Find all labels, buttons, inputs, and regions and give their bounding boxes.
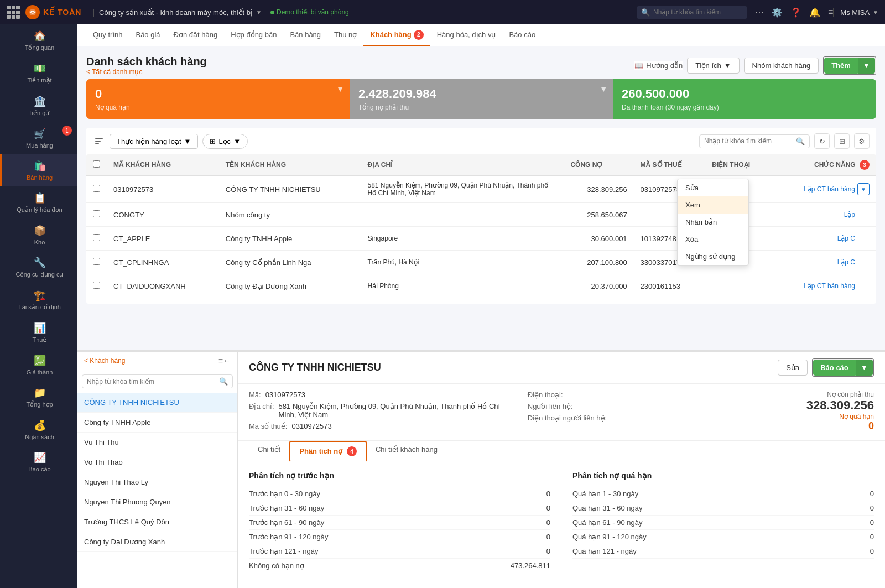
column-settings-button[interactable]: ⚙ [854,133,870,149]
company-name[interactable]: Công ty sản xuất - kinh doanh máy móc, t… [99,8,262,17]
table-search-input[interactable] [704,137,793,145]
card-noquahan-label: Nợ quá hạn [95,103,341,111]
menu-ngungsudung[interactable]: Ngừng sử dụng [678,248,748,265]
sidebar-item-baocao[interactable]: 📈 Báo cáo [0,446,77,478]
nav-quytrinh[interactable]: Quy trình [86,24,129,46]
export-button[interactable]: ⊞ [834,133,850,149]
them-button[interactable]: Thêm ▼ [823,56,876,75]
action-link[interactable]: Lập [844,211,855,218]
sidebar-item-giathanh[interactable]: 💹 Giá thành [0,349,77,381]
action-dropdown[interactable]: ▼ [857,183,870,195]
truochan-col: Phân tích nợ trước hạn Trước hạn 0 - 30 … [249,471,550,579]
card-gray-filter[interactable]: ▼ [600,85,607,93]
sidebar-item-tiengui[interactable]: 🏦 Tiền gửi [0,90,77,122]
sidebar-item-ngansach[interactable]: 💰 Ngân sách [0,414,77,446]
row-checkbox[interactable] [93,234,100,241]
them-arrow[interactable]: ▼ [858,58,875,74]
sidebar-item-muahang[interactable]: 🛒 Mua hàng 1 [0,122,77,154]
sidebar-item-tonghop[interactable]: 📁 Tổng hợp [0,381,77,414]
user-info[interactable]: Ms MISA ▼ [833,8,878,17]
sidebar-item-kho[interactable]: 📦 Kho [0,219,77,251]
cell-ten: Công ty Cổ phần Linh Nga [219,251,361,274]
baocao-arrow[interactable]: ▼ [856,360,873,376]
row-checkbox[interactable] [93,185,100,192]
card-dathanhtoan-label: Đã thanh toán (30 ngày gần đây) [622,103,867,111]
batch-button[interactable]: Thực hiện hàng loạt ▼ [110,134,198,149]
nav-baogía[interactable]: Báo giá [129,24,166,46]
refresh-button[interactable]: ↻ [814,133,830,149]
menu-xem[interactable]: Xem [678,196,748,214]
col-ten: TÊN KHÁCH HÀNG [219,154,361,176]
row-checkbox[interactable] [93,258,100,265]
settings-icon[interactable]: ⚙️ [772,7,783,18]
sidebar-item-tienmat[interactable]: 💵 Tiền mặt [0,57,77,90]
menu-xoa[interactable]: Xóa [678,231,748,248]
customer-list-item[interactable]: Nguyen Thi Phuong Quyen [77,492,237,512]
cell-ma: CT_CPLINHNGA [107,251,219,274]
card-noquahan-value: 0 [95,87,341,101]
menu-icon[interactable]: ≡ [828,7,833,17]
sidebar-item-congcu[interactable]: 🔧 Công cụ dụng cụ [0,251,77,284]
tab-chitiet[interactable]: Chi tiết [249,441,289,462]
sua-button[interactable]: Sửa [778,360,808,376]
nav-dondathang[interactable]: Đơn đặt hàng [167,24,225,46]
customer-search[interactable]: 🔍 [82,374,233,388]
customer-list-item[interactable]: Nguyen Thi Thao Ly [77,472,237,492]
nav-banhang[interactable]: Bán hàng [283,24,327,46]
customer-list-item[interactable]: Công ty Đại Dương Xanh [77,532,237,552]
quahan-rows: Quá hạn 1 - 30 ngày0Quá hạn 31 - 60 ngày… [572,487,874,559]
top-search-input[interactable] [653,8,731,16]
debt-row: Quá hạn 1 - 30 ngày0 [572,487,874,501]
action-link[interactable]: Lập CT bán hàng [804,185,855,193]
table-search[interactable]: 🔍 [699,134,810,148]
card-tongno-value: 2.428.209.984 [358,87,604,101]
sidebar-item-thue[interactable]: 📊 Thuế [0,316,77,349]
debt-summary: Nợ còn phải thu 328.309.256 Nợ quá hạn 0 [806,391,874,434]
customer-search-input[interactable] [87,378,216,386]
tab-phantichno[interactable]: Phân tích nợ 4 [289,441,367,462]
asset-icon: 🏗️ [34,289,46,301]
customer-list-item[interactable]: Trường THCS Lê Quý Đôn [77,512,237,532]
menu-nhonban[interactable]: Nhân bản [678,214,748,231]
filter-button[interactable]: ⊞ Lọc ▼ [202,134,248,149]
tienich-main[interactable]: Tiện ích ▼ [687,58,739,74]
top-search[interactable]: 🔍 [637,6,747,19]
breadcrumb[interactable]: < Tất cả danh mục [86,68,207,76]
customer-list-item[interactable]: Vu Thi Thu [77,433,237,452]
sort-icon[interactable] [93,136,105,146]
action-link[interactable]: Lập CT bán hàng [804,282,855,290]
select-all-checkbox[interactable] [93,160,100,168]
svg-point-0 [29,9,36,15]
row-checkbox[interactable] [93,210,100,217]
sidebar-item-quanlyhoadon[interactable]: 📋 Quản lý hóa đơn [0,186,77,219]
col-chucnang: CHỨC NĂNG 3 [773,154,876,176]
action-link[interactable]: Lập C [837,235,855,242]
customer-list-item[interactable]: Công ty TNHH Apple [77,413,237,433]
customer-list-item[interactable]: CÔNG TY TNHH NICHIETSU [77,393,237,413]
row-checkbox[interactable] [93,282,100,289]
bell-icon[interactable]: 🔔 [809,7,820,18]
more-icon[interactable]: ⋯ [755,7,764,18]
panel-toggle-icon[interactable]: ≡← [218,356,231,365]
tab-chitietchkhang[interactable]: Chi tiết khách hàng [367,441,446,462]
customer-list-item[interactable]: Vo Thi Thao [77,452,237,472]
nav-hanghoa[interactable]: Hàng hóa, dịch vụ [430,24,503,46]
nav-baocao[interactable]: Báo cáo [502,24,542,46]
khachhang-badge: 2 [414,30,424,40]
back-link[interactable]: < Khách hàng [84,357,125,365]
app-grid-icon[interactable] [7,6,20,19]
sidebar-item-tongquan[interactable]: 🏠 Tổng quan [0,24,77,57]
guide-button[interactable]: 📖 Hướng dẫn [634,61,683,70]
card-orange-filter[interactable]: ▼ [336,85,344,93]
nav-hopdongban[interactable]: Hợp đồng bán [224,24,283,46]
action-link[interactable]: Lập C [837,258,855,266]
help-icon[interactable]: ❓ [790,7,801,18]
customer-table: MÃ KHÁCH HÀNG TÊN KHÁCH HÀNG ĐỊA CHỈ CÔN… [86,154,876,298]
baocao-main[interactable]: Báo cáo ▼ [812,358,874,377]
nav-khachhang[interactable]: Khách hàng 2 [363,24,430,46]
sidebar-item-banhang[interactable]: 🛍️ Bán hàng [0,154,77,186]
menu-sua[interactable]: Sửa [678,179,748,196]
nav-thuno[interactable]: Thu nợ [327,24,363,46]
sidebar-item-taisan[interactable]: 🏗️ Tài sản cố định [0,284,77,316]
nhomkhachhang-button[interactable]: Nhóm khách hàng [744,58,819,74]
